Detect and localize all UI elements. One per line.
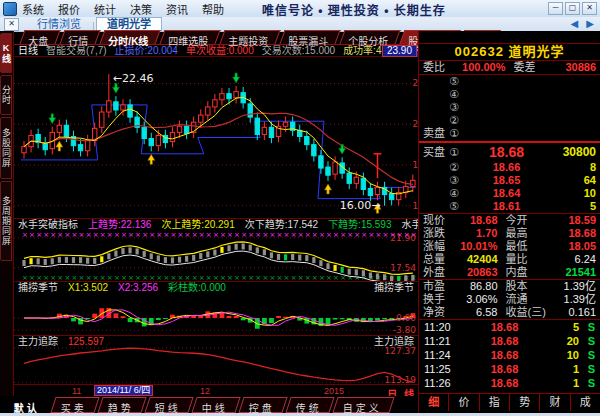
stat-label-2: 最低	[498, 240, 554, 253]
quote-tab-4[interactable]: 财	[540, 394, 570, 411]
menu-item-3[interactable]: 决策	[130, 1, 152, 17]
nav-back-icon[interactable]: ◀	[571, 18, 579, 30]
strategy-tab-6[interactable]: 传统	[285, 397, 334, 413]
svg-text:×: ×	[298, 231, 304, 239]
menu-item-2[interactable]: 统计	[94, 1, 116, 17]
close-all-icon[interactable]: ✕	[4, 18, 19, 31]
side-tab-1[interactable]: 分时	[0, 75, 12, 115]
stat-row-4: 外盘20863内盘21541	[419, 266, 600, 279]
sell-volume	[548, 127, 596, 140]
chart-tab-2[interactable]: 分时/K线	[99, 30, 160, 44]
sell-level-icon: ④	[449, 88, 465, 101]
svg-text:×: ×	[121, 231, 127, 239]
svg-text:×: ×	[156, 231, 162, 239]
svg-text:×: ×	[291, 231, 297, 239]
chart-tab-6[interactable]: 个股分析	[339, 30, 400, 44]
stat-row-3: 总量42404量比6.24	[419, 253, 600, 266]
sailor-header-label-2: 次下趋势:17.542	[245, 219, 318, 230]
svg-text:×: ×	[128, 231, 134, 239]
chart-tab-strip: 大盘行情分时/K线四维选股主题投资股票漏斗个股分析股指期货资讯	[14, 31, 418, 45]
sell-price	[465, 101, 548, 114]
nav-arrows: ◀ ▶	[571, 18, 594, 30]
sailor-header-label-3: 下趋势:15.593	[328, 219, 391, 230]
tick-time: 11:25	[424, 362, 460, 376]
mainforce-indicator-header: 主力追踪125.597主力追踪	[14, 335, 418, 346]
quote-tab-5[interactable]: 成	[571, 394, 600, 411]
chart-tab-3[interactable]: 四维选股	[159, 30, 220, 44]
svg-text:-3.80: -3.80	[393, 325, 417, 335]
strategy-tab-0[interactable]: 默认	[3, 397, 52, 413]
strategy-tab-2[interactable]: 趋势	[97, 397, 146, 413]
close-icon[interactable]: ✕	[582, 2, 597, 15]
quote-tab-1[interactable]: 价	[449, 394, 479, 411]
quote-stats-fundamental: 市盈86.80股本1.39亿换手3.06%流通1.39亿净资6.58收益(三)0…	[419, 279, 600, 319]
svg-text:×: ×	[107, 231, 113, 239]
nav-forward-icon[interactable]: ▶	[586, 18, 594, 30]
chart-tab-5[interactable]: 股票漏斗	[279, 30, 340, 44]
svg-text:×: ×	[312, 274, 318, 281]
svg-text:×: ×	[326, 274, 332, 281]
doc-tab-1[interactable]: 道明光学	[96, 17, 162, 31]
buy-side-label	[423, 161, 449, 174]
buy-volume: 30800	[548, 144, 596, 161]
svg-text:×: ×	[114, 274, 120, 281]
minimize-icon[interactable]: ─	[548, 2, 563, 15]
high-price-label: ←22.46	[113, 72, 154, 85]
chart-tab-0[interactable]: 大盘	[19, 30, 60, 44]
chart-tab-4[interactable]: 主题投资	[219, 30, 280, 44]
quote-tab-3[interactable]: 势	[510, 394, 540, 411]
svg-text:×: ×	[262, 231, 268, 239]
svg-text:×: ×	[305, 231, 311, 239]
sell-row-4: 卖盘①	[419, 127, 600, 140]
quote-tab-0[interactable]: 细	[419, 394, 449, 411]
strategy-tab-7[interactable]: 自定义	[332, 397, 394, 413]
menu-item-5[interactable]: 帮助	[202, 1, 224, 17]
svg-text:×: ×	[107, 274, 113, 281]
chart-tab-1[interactable]: 行情	[59, 30, 100, 44]
side-tab-2[interactable]: 多股同屏	[0, 117, 12, 179]
buy-side-label: 买盘	[423, 144, 449, 161]
svg-text:×: ×	[79, 274, 85, 281]
strategy-tab-4[interactable]: 中线	[191, 397, 240, 413]
strategy-tab-5[interactable]: 控盘	[238, 397, 287, 413]
bid-ask-divider	[419, 141, 600, 143]
mainforce-indicator-chart[interactable]: 127.37113.19	[14, 346, 418, 384]
svg-text:×: ×	[71, 231, 77, 239]
svg-text:×: ×	[57, 231, 63, 239]
kline-chart[interactable]: 22201816←22.4616.00→	[14, 57, 418, 218]
weibi-label: 委比	[423, 61, 445, 74]
svg-text:×: ×	[206, 274, 212, 281]
menu-item-0[interactable]: 系统	[22, 1, 44, 17]
quote-stats-primary: 现价18.68今开18.59涨跌1.70最高18.68涨幅10.01%最低18.…	[419, 213, 600, 279]
date-axis: 2014/11/ 6/四 日 线 11122015	[14, 384, 418, 396]
fund-row-2: 净资6.58收益(三)0.161	[419, 306, 600, 319]
sailor-indicator-chart[interactable]: 21.9017.54××××××××××××××××××××××××××××××…	[14, 229, 418, 281]
svg-text:×: ×	[234, 231, 240, 239]
tick-price: 18.68	[460, 320, 549, 334]
strategy-tab-1[interactable]: 买卖	[50, 397, 99, 413]
stat-label: 总量	[423, 253, 455, 266]
stock-title[interactable]: 002632 道明光学	[419, 44, 600, 61]
season-indicator-header: 捕捞季节X1:3.502X2:3.256彩柱数:0.000捕捞季节	[14, 281, 418, 292]
sell-side-label: 卖盘	[423, 127, 449, 140]
sell-volume	[548, 75, 596, 88]
sell-queue: ⑤④③②卖盘①	[419, 75, 600, 140]
quote-tab-2[interactable]: 指	[480, 394, 510, 411]
menu-item-4[interactable]: 资讯	[166, 1, 188, 17]
tick-row-2: 11:2418.6810S	[419, 348, 600, 362]
side-tab-0[interactable]: K线	[0, 33, 12, 73]
side-tab-3[interactable]: 多周期同屏	[0, 181, 12, 261]
tick-volume: 5	[549, 320, 579, 334]
season-indicator-chart[interactable]: 0.00-3.80	[14, 292, 418, 335]
svg-text:×: ×	[312, 231, 318, 239]
svg-text:×: ×	[128, 274, 134, 281]
fund-label-2: 流通	[498, 293, 554, 306]
menu-item-1[interactable]: 报价	[58, 1, 80, 17]
strategy-tab-3[interactable]: 短线	[144, 397, 193, 413]
restore-icon[interactable]: ▢	[565, 2, 580, 15]
fund-label-2: 收益(三)	[498, 306, 554, 319]
season-header-label-1: X2:3.256	[118, 282, 158, 293]
crosshair-price-box: 23.90	[382, 45, 417, 57]
svg-text:×: ×	[64, 274, 70, 281]
tick-price: 18.68	[460, 376, 549, 390]
